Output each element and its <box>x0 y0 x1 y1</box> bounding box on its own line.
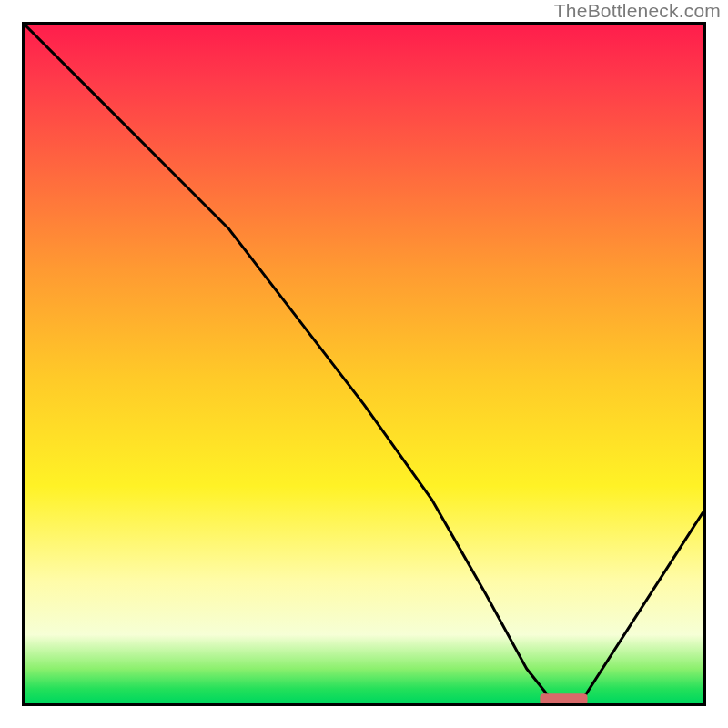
bottleneck-curve <box>25 25 703 703</box>
chart-container: TheBottleneck.com <box>0 0 728 728</box>
watermark-label: TheBottleneck.com <box>554 0 721 22</box>
plot-area <box>22 22 706 706</box>
optimal-marker <box>540 693 587 703</box>
chart-svg <box>25 25 703 703</box>
